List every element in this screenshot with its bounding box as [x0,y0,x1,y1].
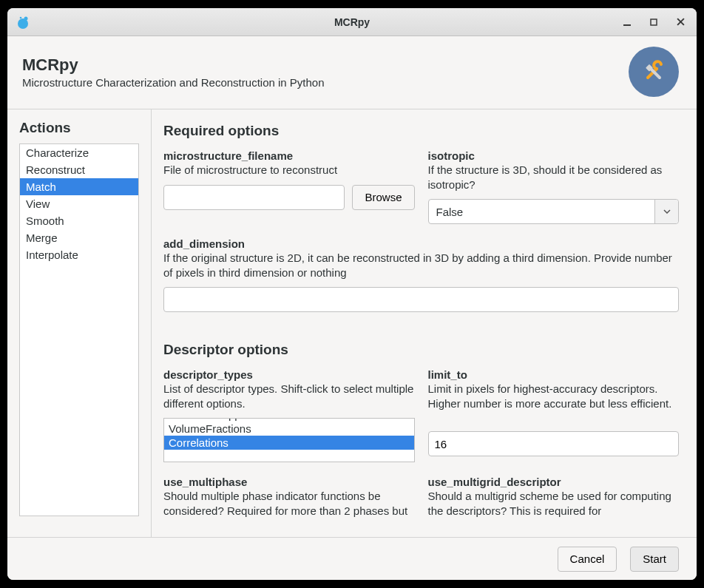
use-multiphase-label: use_multiphase [163,476,415,488]
action-smooth[interactable]: Smooth [20,212,138,229]
app-header: MCRpy Microstructure Characterization an… [7,36,697,109]
descriptor-types-listbox[interactable]: LinealPathApproximation VolumeFractions … [163,418,415,462]
svg-point-2 [20,16,22,18]
cancel-button[interactable]: Cancel [558,547,617,572]
microstructure-filename-input[interactable] [163,185,345,210]
svg-point-1 [24,16,28,20]
action-reconstruct[interactable]: Reconstruct [20,161,138,178]
sidebar: Actions Characterize Reconstruct Match V… [7,109,152,537]
use-multigrid-descriptor-desc: Should a multigrid scheme be used for co… [428,489,680,518]
add-dimension-input[interactable] [163,287,679,312]
action-merge[interactable]: Merge [20,229,138,246]
action-view[interactable]: View [20,195,138,212]
descriptor-item-volumefractions[interactable]: VolumeFractions [164,422,414,436]
microstructure-filename-label: microstructure_filename [163,149,415,162]
app-window: MCRpy MCRpy Microstructure Characterizat… [7,8,697,580]
isotropic-label: isotropic [428,149,680,162]
use-multigrid-descriptor-label: use_multigrid_descriptor [428,476,680,488]
isotropic-desc: If the structure is 3D, should it be con… [428,163,680,192]
descriptor-types-label: descriptor_types [163,368,415,381]
action-match[interactable]: Match [20,178,138,195]
svg-rect-3 [623,24,631,26]
browse-button[interactable]: Browse [352,185,414,210]
app-logo-icon [16,15,30,30]
header-text: MCRpy Microstructure Characterization an… [22,55,325,89]
minimize-button[interactable] [621,16,633,28]
action-interpolate[interactable]: Interpolate [20,246,138,263]
add-dimension-label: add_dimension [163,237,679,250]
chevron-down-icon[interactable] [654,200,678,223]
tools-icon [629,47,679,97]
use-multiphase-desc: Should multiple phase indicator function… [163,489,415,518]
isotropic-value: False [429,206,655,218]
isotropic-select[interactable]: False [428,199,680,224]
close-button[interactable] [674,16,686,28]
main-area: Actions Characterize Reconstruct Match V… [7,109,697,537]
app-subtitle: Microstructure Characterization and Reco… [22,76,325,89]
svg-rect-4 [651,19,657,25]
titlebar: MCRpy [7,8,697,36]
maximize-button[interactable] [648,16,660,28]
limit-to-label: limit_to [428,368,680,381]
content-panel: Required options microstructure_filename… [152,109,697,537]
add-dimension-desc: If the original structure is 2D, it can … [163,251,679,280]
footer: Cancel Start [7,537,697,580]
descriptor-options-title: Descriptor options [163,342,679,358]
sidebar-title: Actions [19,120,139,136]
descriptor-types-desc: List of descriptor types. Shift-click to… [163,382,415,410]
limit-to-input[interactable] [428,431,680,456]
window-title: MCRpy [7,16,697,28]
required-options-title: Required options [163,123,679,139]
start-button[interactable]: Start [630,547,679,572]
descriptor-item-correlations[interactable]: Correlations [164,436,414,450]
app-title: MCRpy [22,55,325,75]
microstructure-filename-desc: File of microstructure to reconstruct [163,163,415,178]
limit-to-desc: Limit in pixels for highest-accuracy des… [428,382,680,410]
action-characterize[interactable]: Characterize [20,144,138,161]
actions-list[interactable]: Characterize Reconstruct Match View Smoo… [19,143,139,516]
window-controls [621,16,691,28]
